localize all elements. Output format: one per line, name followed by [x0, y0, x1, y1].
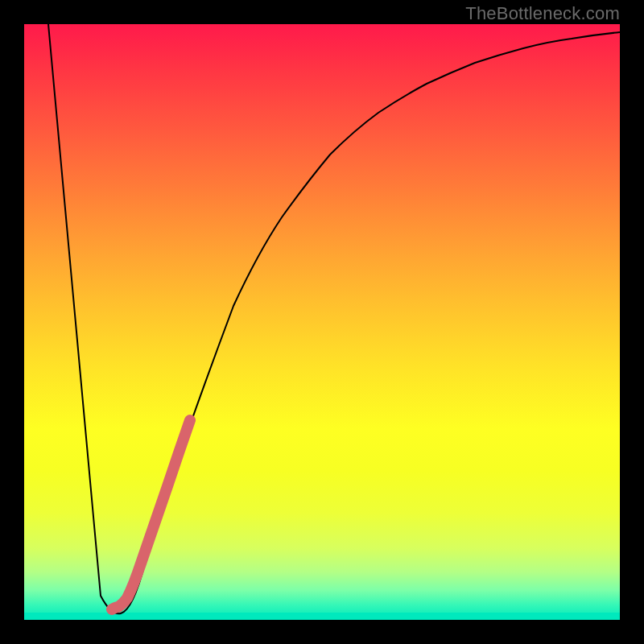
- highlight-segment: [112, 420, 190, 609]
- watermark-text: TheBottleneck.com: [465, 3, 620, 24]
- plot-area: [24, 24, 620, 620]
- bottleneck-curve: [48, 24, 620, 613]
- chart-frame: TheBottleneck.com: [0, 0, 644, 644]
- curve-overlay: [24, 24, 620, 620]
